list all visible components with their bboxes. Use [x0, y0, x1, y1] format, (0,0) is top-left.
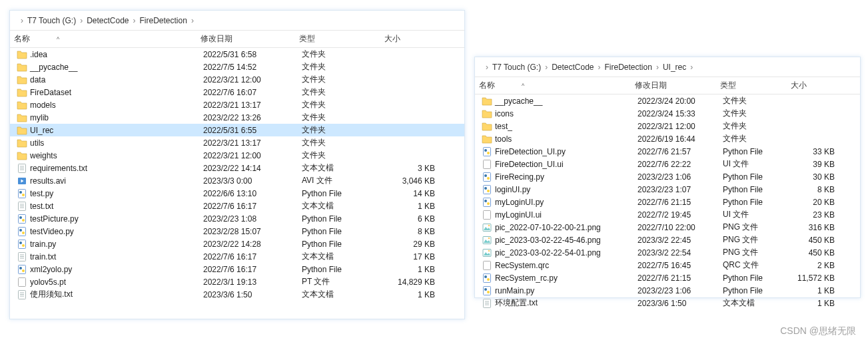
file-name: test_ [495, 122, 512, 131]
list-item[interactable]: FireRecing.py2023/2/23 1:06Python File30… [475, 170, 860, 183]
list-item[interactable]: train.py2023/2/22 14:28Python File29 KB [10, 238, 464, 250]
file-type: 文本文檔 [298, 289, 383, 300]
breadcrumb[interactable]: ›T7 Touch (G:)›DetectCode›FireDetection›… [475, 57, 860, 77]
breadcrumb-segment[interactable]: FireDetection [602, 63, 655, 72]
list-item[interactable]: testPicture.py2023/2/23 1:08Python File6… [10, 212, 464, 225]
file-size: 3 KB [383, 164, 443, 173]
folder-icon [17, 100, 27, 110]
file-type: 文件夹 [719, 120, 789, 132]
list-item[interactable]: pic_2022-07-10-22-00-21.png2022/7/10 22:… [475, 221, 860, 234]
breadcrumb-segment[interactable]: DetectCode [549, 63, 596, 72]
file-name: pic_2023-03-02-22-54-01.png [495, 248, 601, 257]
folder-icon [17, 138, 27, 148]
breadcrumb-segment[interactable]: T7 Touch (G:) [490, 63, 544, 72]
file-size: 17 KB [383, 252, 443, 261]
explorer-pane-left: ›T7 Touch (G:)›DetectCode›FireDetection›… [9, 10, 465, 319]
file-date: 2023/3/6 1:50 [634, 299, 719, 308]
breadcrumb-segment[interactable]: DetectCode [84, 16, 131, 25]
file-name: FireDetection_UI.ui [495, 160, 564, 169]
file-type: Python File [719, 185, 789, 194]
list-item[interactable]: FireDetection_UI.py2022/7/6 21:57Python … [475, 145, 860, 158]
col-type[interactable]: 类型 [716, 77, 787, 94]
file-size: 30 KB [789, 172, 843, 182]
file-size: 14,829 KB [383, 277, 443, 287]
list-item[interactable]: UI_rec2022/5/31 6:55文件夹 [10, 124, 464, 136]
list-item[interactable]: weights2022/3/21 12:00文件夹 [10, 149, 464, 162]
list-item[interactable]: .idea2022/5/31 6:58文件夹 [10, 48, 464, 61]
list-item[interactable]: runMain.py2023/2/23 1:06Python File1 KB [475, 284, 860, 297]
list-item[interactable]: train.txt2022/7/6 16:17文本文檔17 KB [10, 250, 464, 263]
file-name: runMain.py [495, 286, 534, 295]
py-icon [482, 197, 492, 208]
file-name: .idea [30, 50, 47, 59]
file-name: RecSystem.qrc [495, 261, 549, 270]
file-size: 8 KB [789, 185, 843, 194]
list-item[interactable]: requirements.txt2023/2/22 14:14文本文檔3 KB [10, 162, 464, 174]
list-item[interactable]: 环境配置.txt2023/3/6 1:50文本文檔1 KB [475, 297, 860, 309]
file-type: Python File [298, 265, 383, 274]
py-icon [17, 188, 27, 199]
file-size: 39 KB [789, 160, 843, 169]
explorer-pane-right: ›T7 Touch (G:)›DetectCode›FireDetection›… [474, 57, 861, 298]
file-size: 1 KB [383, 202, 443, 211]
list-item[interactable]: data2022/3/21 12:00文件夹 [10, 73, 464, 86]
col-size[interactable]: 大小 [787, 77, 840, 94]
list-item[interactable]: xml2yolo.py2022/7/6 16:17Python File1 KB [10, 263, 464, 275]
breadcrumb-segment[interactable]: FireDetection [137, 16, 190, 25]
list-item[interactable]: __pycache__2022/3/24 20:00文件夹 [475, 94, 860, 107]
list-item[interactable]: RecSystem.qrc2022/7/5 16:45QRC 文件2 KB [475, 259, 860, 271]
list-item[interactable]: __pycache__2022/7/5 14:52文件夹 [10, 61, 464, 73]
col-type[interactable]: 类型 [295, 31, 380, 47]
file-name: yolov5s.pt [30, 277, 66, 287]
list-item[interactable]: icons2022/3/24 15:33文件夹 [475, 107, 860, 120]
col-size[interactable]: 大小 [380, 31, 440, 47]
list-item[interactable]: loginUI.py2023/2/23 1:07Python File8 KB [475, 183, 860, 196]
list-item[interactable]: FireDetection_UI.ui2022/7/6 22:22UI 文件39… [475, 158, 860, 170]
col-date[interactable]: 修改日期 [631, 77, 716, 94]
file-type: 文本文檔 [719, 297, 789, 309]
col-date[interactable]: 修改日期 [197, 31, 295, 47]
file-size: 20 KB [789, 198, 843, 207]
file-date: 2023/2/22 13:26 [199, 113, 298, 122]
list-item[interactable]: results.avi2023/3/3 0:00AVI 文件3,046 KB [10, 174, 464, 187]
list-item[interactable]: RecSystem_rc.py2022/7/6 21:15Python File… [475, 271, 860, 284]
col-name[interactable]: 名称 ^ [475, 77, 631, 94]
txt-icon [17, 289, 27, 300]
file-list[interactable]: __pycache__2022/3/24 20:00文件夹icons2022/3… [475, 94, 860, 309]
column-headers[interactable]: 名称 ^ 修改日期 类型 大小 [10, 31, 464, 48]
list-item[interactable]: tools2022/6/19 16:44文件夹 [475, 132, 860, 145]
list-item[interactable]: pic_2023-03-02-22-54-01.png2023/3/2 22:5… [475, 246, 860, 259]
breadcrumb[interactable]: ›T7 Touch (G:)›DetectCode›FireDetection› [10, 11, 464, 31]
list-item[interactable]: testVideo.py2023/2/28 15:07Python File8 … [10, 225, 464, 238]
list-item[interactable]: mylib2023/2/22 13:26文件夹 [10, 111, 464, 124]
list-item[interactable]: yolov5s.pt2022/3/1 19:13PT 文件14,829 KB [10, 275, 464, 288]
file-name: test.py [30, 189, 53, 198]
column-headers[interactable]: 名称 ^ 修改日期 类型 大小 [475, 77, 860, 94]
list-item[interactable]: 使用须知.txt2023/3/6 1:50文本文檔1 KB [10, 288, 464, 301]
list-item[interactable]: test.py2022/6/6 13:10Python File14 KB [10, 187, 464, 200]
list-item[interactable]: utils2022/3/21 13:17文件夹 [10, 136, 464, 149]
file-date: 2022/7/2 19:45 [634, 210, 719, 220]
list-item[interactable]: pic_2023-03-02-22-45-46.png2023/3/2 22:4… [475, 234, 860, 246]
file-size: 450 KB [789, 236, 843, 245]
file-size: 3,046 KB [383, 176, 443, 186]
breadcrumb-segment[interactable]: UI_rec [660, 63, 689, 72]
list-item[interactable]: test.txt2022/7/6 16:17文本文檔1 KB [10, 200, 464, 212]
file-name: FireRecing.py [495, 172, 544, 182]
file-date: 2022/7/6 16:07 [199, 88, 298, 97]
list-item[interactable]: test_2022/3/21 12:00文件夹 [475, 120, 860, 132]
png-icon [482, 222, 492, 233]
list-item[interactable]: myLoginUI.ui2022/7/2 19:45UI 文件23 KB [475, 208, 860, 221]
folder-icon [17, 49, 27, 60]
file-type: 文件夹 [298, 49, 383, 60]
file-name: 环境配置.txt [495, 297, 538, 309]
list-item[interactable]: FireDataset2022/7/6 16:07文件夹 [10, 86, 464, 98]
col-name[interactable]: 名称 ^ [10, 31, 197, 47]
file-type: Python File [298, 240, 383, 249]
list-item[interactable]: models2022/3/21 13:17文件夹 [10, 98, 464, 111]
breadcrumb-segment[interactable]: T7 Touch (G:) [25, 16, 79, 25]
file-list[interactable]: .idea2022/5/31 6:58文件夹__pycache__2022/7/… [10, 48, 464, 301]
list-item[interactable]: myLoginUI.py2022/7/6 21:15Python File20 … [475, 196, 860, 208]
file-name: icons [495, 109, 514, 118]
file-size: 14 KB [383, 189, 443, 198]
